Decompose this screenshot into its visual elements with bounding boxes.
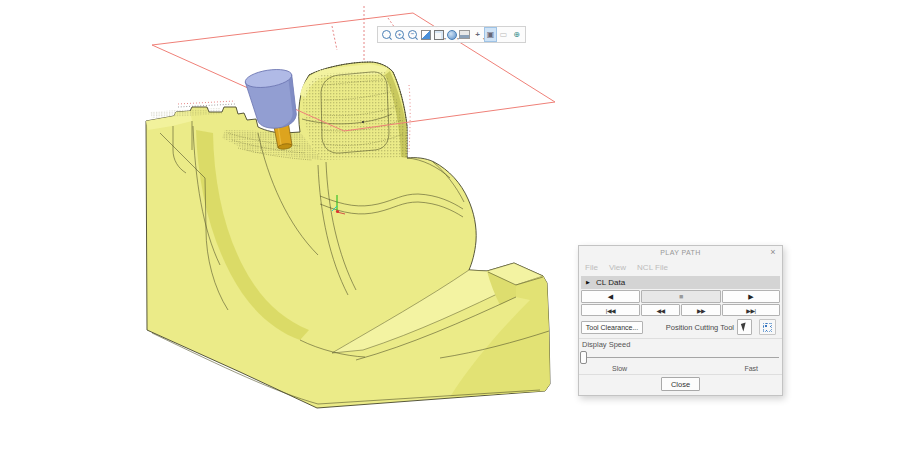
cl-points-icon [763, 323, 772, 332]
dialog-title: PLAY PATH [579, 246, 782, 260]
cl-data-expander[interactable]: ▶ CL Data [581, 276, 780, 289]
magnifier-icon [382, 30, 391, 39]
speed-slider-thumb[interactable] [580, 351, 587, 364]
cl-data-label: CL Data [596, 278, 625, 287]
cad-model[interactable] [146, 62, 550, 408]
go-to-start-button[interactable]: |◀◀ [581, 304, 640, 316]
play-path-dialog: PLAY PATH × File View NCL File ▶ CL Data… [578, 245, 783, 396]
go-to-end-button[interactable]: ▶▶| [722, 304, 780, 316]
dialog-menubar: File View NCL File [585, 261, 668, 274]
close-button[interactable]: Close [661, 377, 700, 391]
expander-arrow-icon: ▶ [586, 279, 590, 285]
play-forward-button[interactable]: ▶ [722, 290, 780, 303]
position-cutting-tool-button[interactable] [737, 319, 752, 335]
creo-manufacturing-window: + − ▾ ▾ + ▾ ▣ ▭ ⊕ PLAY PATH × File View … [0, 0, 900, 450]
annotation-display-icon[interactable]: ▣ [485, 28, 496, 41]
cursor-icon [741, 322, 748, 331]
ghost-tool-icon[interactable]: ▭ [498, 28, 509, 41]
zoom-in-icon[interactable]: + [394, 28, 405, 41]
step-forward-button[interactable]: ▶▶ [681, 304, 721, 316]
magnifier-plus-icon: + [395, 30, 404, 39]
tool-holder [244, 67, 296, 129]
step-back-button[interactable]: ◀◀ [641, 304, 680, 316]
datum-display-icon[interactable]: + ▾ [472, 28, 483, 41]
divider [579, 338, 782, 339]
zoom-region-icon[interactable] [381, 28, 392, 41]
magnifier-minus-icon: − [408, 30, 417, 39]
zoom-out-icon[interactable]: − [407, 28, 418, 41]
saved-orientations-icon[interactable]: ▾ [446, 28, 457, 41]
repaint-icon[interactable] [420, 28, 431, 41]
fast-label: Fast [744, 365, 758, 372]
menu-ncl-file[interactable]: NCL File [637, 261, 668, 274]
position-cutting-tool-label: Position Cutting Tool [666, 321, 734, 334]
stop-button[interactable]: ■ [641, 290, 721, 303]
menu-file[interactable]: File [585, 261, 598, 274]
cl-step-selector-button[interactable] [759, 319, 776, 335]
menu-view[interactable]: View [609, 261, 626, 274]
close-icon[interactable]: × [768, 246, 778, 259]
display-style-icon[interactable]: ▾ [433, 28, 444, 41]
graphics-toolbar: + − ▾ ▾ + ▾ ▣ ▭ ⊕ [377, 26, 526, 43]
divider [579, 374, 782, 375]
tool-clearance-button[interactable]: Tool Clearance... [581, 321, 643, 334]
capture-image-icon[interactable] [459, 28, 470, 41]
spin-center-icon[interactable]: ⊕ [511, 28, 522, 41]
slow-label: Slow [612, 365, 627, 372]
speed-slider-track[interactable] [586, 357, 779, 358]
play-backward-button[interactable]: ◀ [581, 290, 640, 303]
display-speed-label: Display Speed [582, 340, 630, 349]
